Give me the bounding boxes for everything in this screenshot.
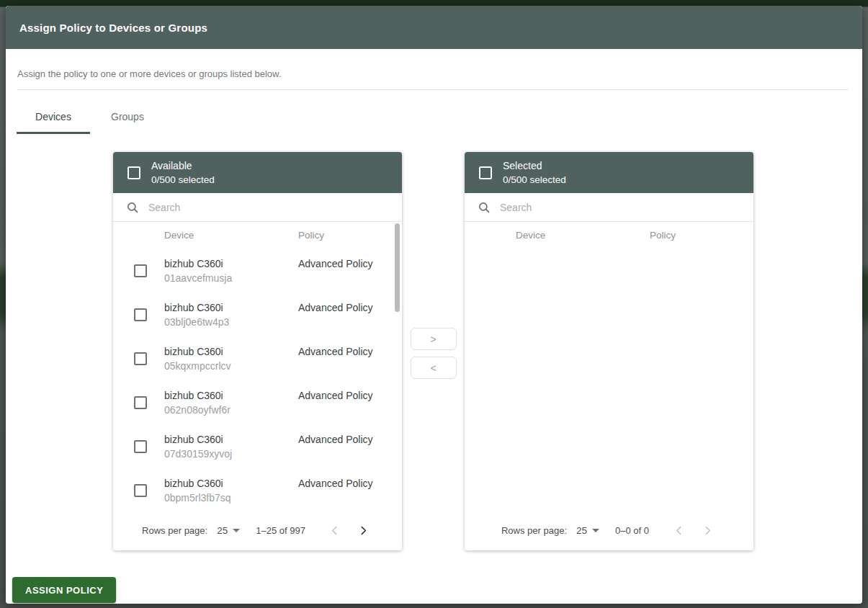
row-checkbox[interactable]	[134, 440, 147, 453]
selected-panel-title: Selected	[503, 159, 566, 173]
device-serial: 07d30159xyvoj	[164, 447, 298, 461]
transfer-controls: > <	[402, 152, 465, 379]
rows-per-page-select[interactable]: 25	[576, 525, 599, 536]
available-pagination: Rows per page: 25 1–25 of 997	[113, 512, 402, 550]
device-name: bizhub C360i	[164, 388, 298, 403]
selected-panel: Selected 0/500 selected Device Policy	[465, 152, 753, 550]
dialog-header: Assign Policy to Devices or Groups	[6, 6, 862, 49]
search-icon	[478, 201, 491, 214]
available-panel: Available 0/500 selected Device Policy	[113, 152, 402, 550]
selected-selection-summary: 0/500 selected	[503, 173, 566, 187]
available-search-input[interactable]	[148, 202, 393, 213]
rows-per-page-label: Rows per page:	[142, 525, 207, 536]
table-row[interactable]: bizhub C360i 0bpm5rl3fb7sq Advanced Poli…	[113, 468, 402, 512]
available-panel-header: Available 0/500 selected	[113, 152, 402, 193]
tab-devices[interactable]: Devices	[17, 111, 90, 134]
transfer-list-area: Available 0/500 selected Device Policy	[113, 152, 862, 550]
device-name: bizhub C360i	[164, 432, 298, 447]
table-row[interactable]: bizhub C360i 01aavcefmusja Advanced Poli…	[113, 249, 402, 292]
device-policy: Advanced Policy	[298, 258, 402, 269]
selected-select-all-checkbox[interactable]	[479, 166, 492, 179]
assign-policy-button[interactable]: ASSIGN POLICY	[12, 577, 116, 603]
rows-per-page-label: Rows per page:	[501, 525, 567, 536]
column-header-policy: Policy	[298, 230, 402, 241]
available-select-all-checkbox[interactable]	[127, 166, 140, 179]
move-to-selected-button[interactable]: >	[411, 328, 457, 350]
scrollbar-thumb[interactable]	[395, 223, 400, 312]
device-name: bizhub C360i	[164, 476, 298, 491]
pagination-range: 0–0 of 0	[615, 525, 649, 536]
selected-search-bar	[465, 193, 753, 222]
selected-table-header: Device Policy	[465, 222, 753, 249]
device-serial: 03blj0e6tw4p3	[164, 315, 298, 329]
device-name: bizhub C360i	[164, 256, 298, 271]
selected-panel-header: Selected 0/500 selected	[465, 152, 753, 193]
device-serial: 062n08oyfwf6r	[164, 403, 298, 417]
table-row[interactable]: bizhub C360i 07d30159xyvoj Advanced Poli…	[113, 424, 402, 468]
dialog-body: Assign the policy to one or more devices…	[6, 49, 862, 604]
selected-pagination: Rows per page: 25 0–0 of 0	[465, 512, 753, 550]
column-header-policy: Policy	[650, 230, 753, 241]
rows-per-page-select[interactable]: 25	[217, 525, 240, 536]
device-serial: 05kqxmpccrlcv	[164, 359, 298, 373]
previous-page-button	[669, 521, 688, 540]
tab-bar: Devices Groups	[17, 111, 862, 134]
assign-policy-dialog: Assign Policy to Devices or Groups Assig…	[6, 6, 862, 604]
pagination-range: 1–25 of 997	[256, 525, 305, 536]
row-checkbox[interactable]	[134, 396, 147, 409]
device-policy: Advanced Policy	[298, 478, 402, 489]
row-checkbox[interactable]	[134, 484, 147, 497]
device-serial: 0bpm5rl3fb7sq	[164, 491, 298, 505]
next-page-button[interactable]	[354, 521, 373, 540]
next-page-button	[698, 521, 717, 540]
table-row[interactable]: bizhub C360i 062n08oyfwf6r Advanced Poli…	[113, 380, 402, 424]
column-header-device: Device	[164, 230, 298, 241]
table-row[interactable]: bizhub C360i 05kqxmpccrlcv Advanced Poli…	[113, 336, 402, 380]
row-checkbox[interactable]	[134, 308, 147, 321]
available-table-header: Device Policy	[113, 222, 402, 249]
device-policy: Advanced Policy	[298, 302, 402, 313]
device-policy: Advanced Policy	[298, 434, 402, 445]
chevron-down-icon	[233, 529, 240, 532]
tab-groups[interactable]: Groups	[98, 111, 157, 134]
search-icon	[126, 201, 139, 214]
available-search-bar	[113, 193, 402, 222]
dialog-description: Assign the policy to one or more devices…	[17, 68, 281, 79]
row-checkbox[interactable]	[134, 264, 147, 277]
previous-page-button	[326, 521, 344, 540]
dialog-title: Assign Policy to Devices or Groups	[19, 22, 207, 34]
device-policy: Advanced Policy	[298, 390, 402, 401]
available-device-list: bizhub C360i 01aavcefmusja Advanced Poli…	[113, 249, 402, 512]
device-name: bizhub C360i	[164, 300, 298, 315]
column-header-device: Device	[516, 230, 650, 241]
available-panel-title: Available	[151, 159, 215, 173]
selected-search-input[interactable]	[500, 202, 745, 213]
device-policy: Advanced Policy	[298, 346, 402, 357]
row-checkbox[interactable]	[134, 352, 147, 365]
device-serial: 01aavcefmusja	[164, 271, 298, 285]
dialog-description-wrap: Assign the policy to one or more devices…	[17, 67, 849, 90]
chevron-down-icon	[592, 529, 599, 532]
table-row[interactable]: bizhub C360i 03blj0e6tw4p3 Advanced Poli…	[113, 292, 402, 336]
move-to-available-button[interactable]: <	[411, 357, 457, 379]
available-selection-summary: 0/500 selected	[151, 173, 215, 187]
device-name: bizhub C360i	[164, 344, 298, 359]
